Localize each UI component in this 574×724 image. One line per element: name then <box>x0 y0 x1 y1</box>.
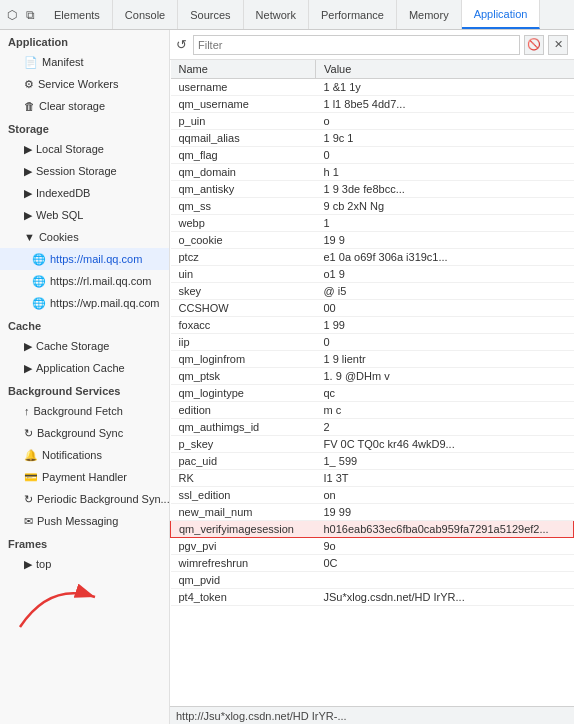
block-filter-button[interactable]: 🚫 <box>524 35 544 55</box>
sidebar-label: Payment Handler <box>42 471 127 483</box>
filter-input[interactable] <box>193 35 520 55</box>
tabs-container: ElementsConsoleSourcesNetworkPerformance… <box>42 0 574 29</box>
tab-performance[interactable]: Performance <box>309 0 397 29</box>
sidebar-item-https-rl-mail-qq-com[interactable]: 🌐https://rl.mail.qq.com <box>0 270 169 292</box>
cookie-value-cell: 1 <box>316 215 574 232</box>
table-row[interactable]: ptcze1 0a o69f 306a i319c1... <box>171 249 574 266</box>
sidebar-item-application-cache[interactable]: ▶Application Cache <box>0 357 169 379</box>
table-row[interactable]: pt4_tokenJSu*xlog.csdn.net/HD IrYR... <box>171 589 574 606</box>
clear-filter-button[interactable]: ✕ <box>548 35 568 55</box>
cookie-name-cell: CCSHOW <box>171 300 316 317</box>
sidebar-item-https-mail-qq-com[interactable]: 🌐https://mail.qq.com <box>0 248 169 270</box>
table-row[interactable]: wimrefreshrun0C <box>171 555 574 572</box>
refresh-icon[interactable]: ↺ <box>176 37 187 52</box>
tab-application[interactable]: Application <box>462 0 541 29</box>
table-row[interactable]: webp1 <box>171 215 574 232</box>
cookie-name-cell: qm_domain <box>171 164 316 181</box>
cookies-table: Name Value username1 &1 1yqm_username1 l… <box>170 60 574 606</box>
sidebar-frames-group: ▶top <box>0 553 169 575</box>
cookie-name-cell: qqmail_alias <box>171 130 316 147</box>
table-row[interactable]: qm_loginfrom1 9 lientr <box>171 351 574 368</box>
sidebar-icon: 🗑 <box>24 100 35 112</box>
table-row[interactable]: o_cookie19 9 <box>171 232 574 249</box>
cookie-name-cell: qm_ptsk <box>171 368 316 385</box>
tab-console[interactable]: Console <box>113 0 178 29</box>
value-column-header[interactable]: Value <box>316 60 574 79</box>
tab-sources[interactable]: Sources <box>178 0 243 29</box>
responsive-icon[interactable]: ⧉ <box>22 7 38 23</box>
table-row[interactable]: qm_username1 l1 8be5 4dd7... <box>171 96 574 113</box>
table-row[interactable]: p_skeyFV 0C TQ0c kr46 4wkD9... <box>171 436 574 453</box>
bg-services-section-header: Background Services <box>0 379 169 400</box>
sidebar-cache-group: ▶Cache Storage▶Application Cache <box>0 335 169 379</box>
tab-network[interactable]: Network <box>244 0 309 29</box>
sidebar-item-local-storage[interactable]: ▶Local Storage <box>0 138 169 160</box>
sidebar-label: Service Workers <box>38 78 118 90</box>
sidebar-item-payment-handler[interactable]: 💳Payment Handler <box>0 466 169 488</box>
sidebar-item-cookies[interactable]: ▼Cookies <box>0 226 169 248</box>
name-column-header[interactable]: Name <box>171 60 316 79</box>
table-row[interactable]: qm_ptsk1. 9 @DHm v <box>171 368 574 385</box>
sidebar-item-https-wp-mail-qq-com[interactable]: 🌐https://wp.mail.qq.com <box>0 292 169 314</box>
cookie-value-cell: 0 <box>316 334 574 351</box>
table-row[interactable]: skey@ i5 <box>171 283 574 300</box>
sidebar-item-session-storage[interactable]: ▶Session Storage <box>0 160 169 182</box>
cookie-name-cell: pac_uid <box>171 453 316 470</box>
table-row[interactable]: foxacc1 99 <box>171 317 574 334</box>
table-row[interactable]: RKI1 3T <box>171 470 574 487</box>
tab-memory[interactable]: Memory <box>397 0 462 29</box>
sidebar-item-background-sync[interactable]: ↻Background Sync <box>0 422 169 444</box>
cookie-value-cell: e1 0a o69f 306a i319c1... <box>316 249 574 266</box>
sidebar-item-web-sql[interactable]: ▶Web SQL <box>0 204 169 226</box>
sidebar-item-background-fetch[interactable]: ↑Background Fetch <box>0 400 169 422</box>
cookie-value-cell: o <box>316 113 574 130</box>
sidebar-icon: ↻ <box>24 493 33 506</box>
table-row[interactable]: qm_ss9 cb 2xN Ng <box>171 198 574 215</box>
table-row[interactable]: username1 &1 1y <box>171 79 574 96</box>
sidebar-item-notifications[interactable]: 🔔Notifications <box>0 444 169 466</box>
cookie-value-cell: JSu*xlog.csdn.net/HD IrYR... <box>316 589 574 606</box>
sidebar-item-clear-storage[interactable]: 🗑Clear storage <box>0 95 169 117</box>
table-row[interactable]: new_mail_num19 99 <box>171 504 574 521</box>
table-row[interactable]: iip0 <box>171 334 574 351</box>
sidebar-item-manifest[interactable]: 📄Manifest <box>0 51 169 73</box>
table-row[interactable]: qm_domainh 1 <box>171 164 574 181</box>
table-row[interactable]: pac_uid1_ 599 <box>171 453 574 470</box>
main-layout: Application 📄Manifest⚙Service Workers🗑Cl… <box>0 30 574 724</box>
cookie-name-cell: webp <box>171 215 316 232</box>
sidebar-item-indexeddb[interactable]: ▶IndexedDB <box>0 182 169 204</box>
sidebar-icon: ✉ <box>24 515 33 528</box>
table-row[interactable]: p_uino <box>171 113 574 130</box>
cookie-value-cell: I1 3T <box>316 470 574 487</box>
table-row[interactable]: qm_flag0 <box>171 147 574 164</box>
table-row[interactable]: CCSHOW00 <box>171 300 574 317</box>
content-area: ↺ 🚫 ✕ Name Value username1 &1 1yqm_usern… <box>170 30 574 724</box>
sidebar-item-push-messaging[interactable]: ✉Push Messaging <box>0 510 169 532</box>
cookie-name-cell: edition <box>171 402 316 419</box>
cookie-value-cell: 1 &1 1y <box>316 79 574 96</box>
table-row[interactable]: qm_authimgs_id2 <box>171 419 574 436</box>
cookie-name-cell: wimrefreshrun <box>171 555 316 572</box>
sidebar-item-top[interactable]: ▶top <box>0 553 169 575</box>
table-row[interactable]: qm_verifyimagesessionh016eab633ec6fba0ca… <box>171 521 574 538</box>
table-row[interactable]: qqmail_alias1 9c 1 <box>171 130 574 147</box>
cookie-value-cell: h 1 <box>316 164 574 181</box>
sidebar-application-group: 📄Manifest⚙Service Workers🗑Clear storage <box>0 51 169 117</box>
table-row[interactable]: uino1 9 <box>171 266 574 283</box>
table-row[interactable]: pgv_pvi9o <box>171 538 574 555</box>
sidebar-label: Cache Storage <box>36 340 109 352</box>
table-row[interactable]: qm_antisky1 9 3de fe8bcc... <box>171 181 574 198</box>
cookie-value-cell: m c <box>316 402 574 419</box>
sidebar-item-periodic-background-syn-[interactable]: ↻Periodic Background Syn... <box>0 488 169 510</box>
table-row[interactable]: qm_pvid <box>171 572 574 589</box>
cookie-name-cell: ptcz <box>171 249 316 266</box>
table-row[interactable]: ssl_editionon <box>171 487 574 504</box>
tab-elements[interactable]: Elements <box>42 0 113 29</box>
sidebar-icon: 💳 <box>24 471 38 484</box>
table-row[interactable]: qm_logintypeqc <box>171 385 574 402</box>
table-row[interactable]: editionm c <box>171 402 574 419</box>
table-header-row: Name Value <box>171 60 574 79</box>
sidebar-item-cache-storage[interactable]: ▶Cache Storage <box>0 335 169 357</box>
cookie-name-cell: qm_pvid <box>171 572 316 589</box>
sidebar-item-service-workers[interactable]: ⚙Service Workers <box>0 73 169 95</box>
